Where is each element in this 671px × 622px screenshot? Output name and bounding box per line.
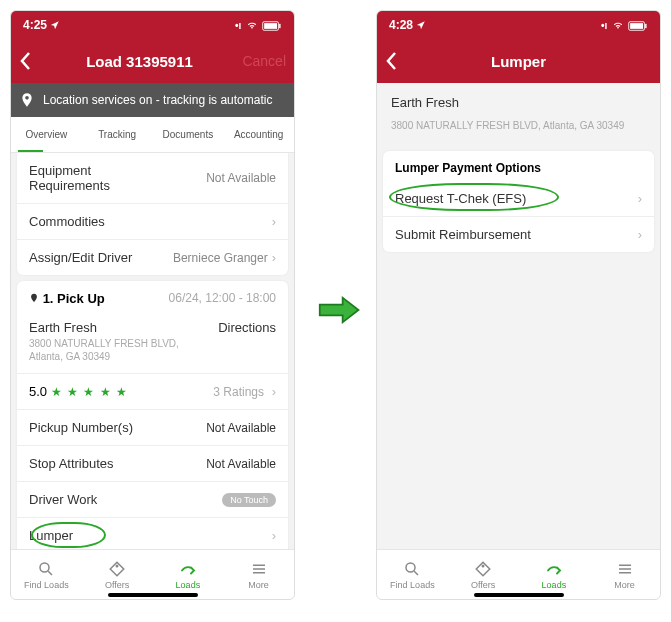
svg-point-4 (116, 565, 118, 567)
company-name: Earth Fresh (377, 83, 660, 112)
rating-row[interactable]: 5.0 ★ ★ ★ ★ ★ 3 Ratings › (17, 374, 288, 410)
chevron-right-icon: › (272, 528, 276, 543)
svg-rect-7 (645, 24, 646, 28)
equipment-value: Not Available (206, 171, 276, 185)
nav-title: Lumper (409, 53, 628, 70)
search-icon (37, 560, 55, 578)
chevron-right-icon: › (268, 384, 276, 399)
search-icon (403, 560, 421, 578)
nav-loads[interactable]: Loads (519, 550, 590, 599)
rating-value: 5.0 (29, 384, 47, 399)
location-banner: Location services on - tracking is autom… (11, 83, 294, 117)
stop-attr-value: Not Available (206, 457, 276, 471)
nav-title: Load 31395911 (43, 53, 236, 70)
phone-right: 4:28 •ı Lumper Earth Fresh 3800 NATURALL… (376, 10, 661, 600)
pin-icon (19, 92, 35, 108)
nav-loads[interactable]: Loads (153, 550, 224, 599)
status-indicators: •ı (235, 18, 282, 32)
svg-rect-6 (630, 23, 643, 29)
status-time: 4:28 (389, 18, 426, 32)
tabs: Overview Tracking Documents Accounting (11, 117, 294, 153)
pickup-header: 1. Pick Up (29, 291, 105, 306)
pin-icon (29, 292, 39, 304)
svg-point-3 (40, 563, 49, 572)
nav-more[interactable]: More (223, 550, 294, 599)
row-request-tchek[interactable]: Request T-Chek (EFS) › (383, 181, 654, 217)
flow-arrow-icon (318, 290, 362, 330)
tchek-label: Request T-Chek (EFS) (395, 191, 526, 206)
svg-point-8 (406, 563, 415, 572)
lumper-label: Lumper (29, 528, 73, 543)
status-bar: 4:28 •ı (377, 11, 660, 39)
nav-more[interactable]: More (589, 550, 660, 599)
commodities-label: Commodities (29, 214, 105, 229)
tag-icon (108, 560, 126, 578)
row-stop-attributes[interactable]: Stop Attributes Not Available (17, 446, 288, 482)
menu-icon (250, 560, 268, 578)
row-submit-reimbursement[interactable]: Submit Reimbursement › (383, 217, 654, 252)
pickup-time: 06/24, 12:00 - 18:00 (169, 291, 276, 306)
directions-button[interactable]: Directions (218, 320, 276, 335)
nav-offers[interactable]: Offers (448, 550, 519, 599)
row-pickup-number[interactable]: Pickup Number(s) Not Available (17, 410, 288, 446)
tab-documents[interactable]: Documents (153, 117, 224, 152)
nav-offers[interactable]: Offers (82, 550, 153, 599)
pickup-name: Earth Fresh (29, 320, 179, 335)
pickup-card: 1. Pick Up 06/24, 12:00 - 18:00 Earth Fr… (17, 281, 288, 549)
driver-work-label: Driver Work (29, 492, 97, 507)
svg-rect-1 (264, 23, 277, 29)
arrow-icon (545, 560, 563, 578)
status-indicators: •ı (601, 18, 648, 32)
row-lumper[interactable]: Lumper › (17, 518, 288, 549)
bottom-nav: Find Loads Offers Loads More (11, 549, 294, 599)
menu-icon (616, 560, 634, 578)
chevron-right-icon: › (272, 250, 276, 265)
cancel-button[interactable]: Cancel (236, 53, 286, 69)
home-indicator (474, 593, 564, 597)
pickup-addr1: 3800 NATURALLY FRESH BLVD, (29, 337, 179, 350)
location-banner-text: Location services on - tracking is autom… (43, 93, 272, 107)
phone-left: 4:25 •ı Load 31395911 Cancel Location se… (10, 10, 295, 600)
tag-icon (474, 560, 492, 578)
svg-rect-2 (279, 24, 280, 28)
content-area: Equipment Requirements Not Available Com… (11, 153, 294, 549)
bottom-nav: Find Loads Offers Loads More (377, 549, 660, 599)
chevron-right-icon: › (272, 214, 276, 229)
nav-bar: Load 31395911 Cancel (11, 39, 294, 83)
nav-find-loads[interactable]: Find Loads (11, 550, 82, 599)
home-indicator (108, 593, 198, 597)
row-equipment[interactable]: Equipment Requirements Not Available (17, 153, 288, 204)
status-bar: 4:25 •ı (11, 11, 294, 39)
status-time: 4:25 (23, 18, 60, 32)
tab-overview[interactable]: Overview (11, 117, 82, 152)
driver-value: Berniece Granger (173, 251, 268, 265)
equipment-label: Equipment Requirements (29, 163, 149, 193)
pickup-addr2: Atlanta, GA 30349 (29, 350, 179, 363)
content-area: Earth Fresh 3800 NATURALLY FRESH BLVD, A… (377, 83, 660, 549)
driver-label: Assign/Edit Driver (29, 250, 132, 265)
ratings-link: 3 Ratings (213, 385, 264, 399)
pickup-num-value: Not Available (206, 421, 276, 435)
back-button[interactable] (19, 51, 43, 71)
row-assign-driver[interactable]: Assign/Edit Driver Berniece Granger› (17, 240, 288, 275)
stop-attr-label: Stop Attributes (29, 456, 114, 471)
tab-accounting[interactable]: Accounting (223, 117, 294, 152)
company-address: 3800 NATURALLY FRESH BLVD, Atlanta, GA 3… (377, 112, 660, 145)
nav-find-loads[interactable]: Find Loads (377, 550, 448, 599)
back-button[interactable] (385, 51, 409, 71)
nav-bar: Lumper (377, 39, 660, 83)
payment-options-card: Lumper Payment Options Request T-Chek (E… (383, 151, 654, 252)
reimb-label: Submit Reimbursement (395, 227, 531, 242)
pickup-num-label: Pickup Number(s) (29, 420, 133, 435)
tab-tracking[interactable]: Tracking (82, 117, 153, 152)
row-commodities[interactable]: Commodities › (17, 204, 288, 240)
no-touch-badge: No Touch (222, 493, 276, 507)
svg-point-9 (482, 565, 484, 567)
arrow-icon (179, 560, 197, 578)
row-driver-work[interactable]: Driver Work No Touch (17, 482, 288, 518)
chevron-right-icon: › (638, 227, 642, 242)
section-title: Lumper Payment Options (383, 151, 654, 181)
stars-icon: ★ ★ ★ ★ ★ (51, 385, 128, 399)
chevron-right-icon: › (638, 191, 642, 206)
